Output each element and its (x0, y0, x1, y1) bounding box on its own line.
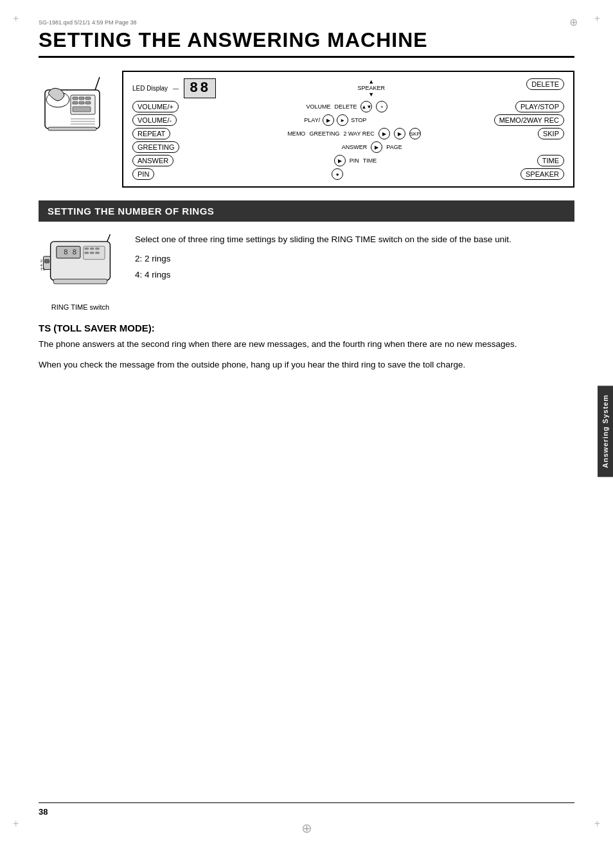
content-section: 8 8 2 4 TS RING TIM (39, 233, 574, 311)
toll-saver-title: TS (TOLL SAVER MODE): (39, 323, 574, 333)
toll-saver-section: TS (TOLL SAVER MODE): The phone answers … (39, 323, 574, 371)
main-title: SETTING THE ANSWERING MACHINE (39, 28, 574, 58)
ring-option-2: 2: 2 rings (135, 252, 574, 265)
svg-line-31 (107, 235, 111, 242)
section-header: SETTING THE NUMBER OF RINGS (39, 200, 574, 222)
led-display-label: LED Display (132, 85, 168, 92)
ring-option-4: 4: 4 rings (135, 269, 574, 281)
svg-rect-26 (44, 260, 49, 263)
volume-plus-btn: VOLUME/+ (132, 101, 179, 112)
volume-minus-btn: VOLUME/- (132, 114, 177, 126)
svg-rect-9 (73, 107, 91, 112)
corner-cross-bl: + (13, 818, 19, 829)
svg-rect-30 (53, 279, 107, 283)
corner-cross-br: + (594, 818, 600, 829)
time-btn: TIME (537, 155, 564, 166)
crosshair-top-right: ⊕ (569, 16, 578, 28)
corner-cross-tl: + (13, 13, 19, 24)
repeat-btn: REPEAT (132, 128, 170, 139)
svg-rect-14 (48, 127, 96, 130)
base-unit-illustration: 8 8 2 4 TS (39, 233, 122, 297)
svg-text:2: 2 (40, 259, 42, 263)
svg-rect-22 (85, 252, 89, 254)
answer-btn: ANSWER (132, 155, 173, 166)
memo-2way-btn: MEMO/2WAY REC (494, 114, 564, 126)
svg-rect-20 (90, 247, 94, 250)
led-display: 88 (184, 78, 216, 98)
svg-rect-8 (85, 102, 91, 104)
svg-text:4: 4 (40, 263, 42, 267)
skip-btn: SKIP (538, 128, 564, 139)
page-container: + + + + ⊕ SG-1981.qxd 5/21/1 4:59 PM Pag… (0, 0, 613, 868)
crosshair-bottom-center: ⊕ (301, 820, 312, 836)
description-text: Select one of three ring time settings b… (135, 233, 574, 284)
svg-text:8 8: 8 8 (64, 248, 76, 256)
svg-rect-6 (73, 102, 78, 104)
svg-rect-5 (85, 97, 91, 100)
svg-rect-4 (79, 97, 84, 100)
svg-rect-19 (85, 247, 89, 250)
corner-cross-tr: + (594, 13, 600, 24)
greeting-btn: GREETING (132, 141, 179, 153)
page-number: 38 (39, 807, 48, 817)
phone-illustration (39, 71, 109, 141)
svg-text:TS: TS (40, 267, 45, 271)
svg-rect-21 (95, 247, 100, 250)
svg-rect-7 (79, 102, 84, 104)
delete-button-label: DELETE (526, 78, 564, 90)
bottom-separator (39, 802, 574, 803)
pin-btn: PIN (132, 168, 154, 180)
toll-saver-p2: When you check the message from the outs… (39, 358, 574, 372)
svg-rect-23 (90, 252, 94, 254)
description-paragraph: Select one of three ring time settings b… (135, 233, 574, 246)
svg-rect-3 (73, 97, 78, 100)
control-panel: LED Display — 88 ▲SPEAKER▼ DELETE VOLUME… (122, 71, 574, 188)
file-info: SG-1981.qxd 5/21/1 4:59 PM Page 38 (39, 19, 574, 26)
svg-line-13 (95, 77, 100, 90)
ring-time-label: RING TIME switch (39, 303, 122, 311)
svg-rect-24 (95, 252, 100, 254)
play-stop-btn: PLAY/STOP (515, 101, 564, 112)
base-unit-sketch: 8 8 2 4 TS RING TIM (39, 233, 122, 311)
speaker-btn: SPEAKER (520, 168, 564, 180)
phone-sketch (39, 71, 116, 143)
diagram-area: LED Display — 88 ▲SPEAKER▼ DELETE VOLUME… (39, 71, 574, 188)
speaker-top-label: ▲SPEAKER▼ (358, 78, 386, 98)
side-tab: Answering System (598, 385, 613, 477)
toll-saver-p1: The phone answers at the second ring whe… (39, 337, 574, 351)
